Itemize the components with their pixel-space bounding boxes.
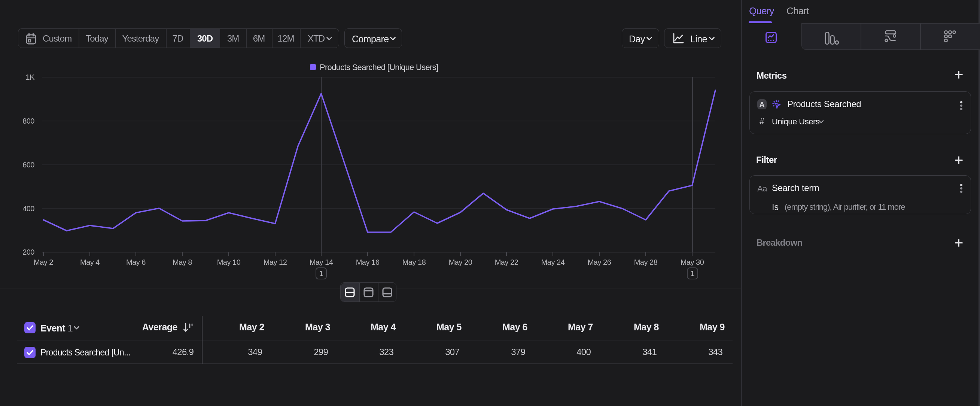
svg-text:May 14: May 14 xyxy=(310,258,333,266)
svg-text:May 10: May 10 xyxy=(217,258,241,266)
svg-text:May 30: May 30 xyxy=(681,258,704,266)
svg-text:May 16: May 16 xyxy=(356,258,380,266)
svg-text:May 18: May 18 xyxy=(402,258,426,266)
svg-text:May 4: May 4 xyxy=(80,258,100,266)
svg-text:May 22: May 22 xyxy=(495,258,519,266)
svg-text:May 2: May 2 xyxy=(34,258,53,266)
svg-text:May 26: May 26 xyxy=(588,258,611,266)
svg-text:200: 200 xyxy=(22,248,35,256)
svg-text:400: 400 xyxy=(22,204,35,213)
svg-text:May 20: May 20 xyxy=(449,258,473,266)
svg-text:May 28: May 28 xyxy=(634,258,658,266)
svg-text:1K: 1K xyxy=(26,73,35,81)
svg-text:May 6: May 6 xyxy=(126,258,146,266)
svg-text:600: 600 xyxy=(22,161,35,169)
svg-text:800: 800 xyxy=(22,117,35,125)
svg-text:May 24: May 24 xyxy=(541,258,565,266)
svg-text:May 8: May 8 xyxy=(173,258,192,266)
svg-text:May 12: May 12 xyxy=(264,258,287,266)
